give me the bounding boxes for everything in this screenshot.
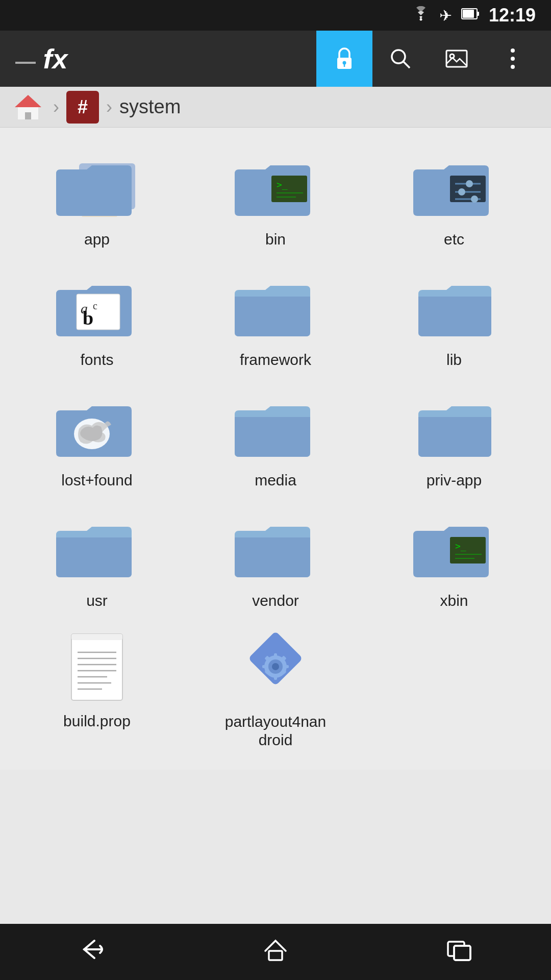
svg-rect-16 <box>25 112 31 119</box>
path-label: system <box>119 96 181 118</box>
svg-rect-54 <box>274 675 277 680</box>
svg-point-5 <box>343 61 346 65</box>
svg-rect-2 <box>477 12 479 16</box>
svg-point-30 <box>471 195 478 203</box>
battery-icon <box>461 7 480 24</box>
breadcrumb-arrow-2: › <box>106 96 112 118</box>
root-breadcrumb[interactable]: # <box>66 91 99 124</box>
svg-rect-9 <box>446 51 467 67</box>
svg-rect-53 <box>274 653 277 658</box>
status-icons: ✈ 12:19 <box>412 5 536 26</box>
svg-text:>_: >_ <box>455 541 466 551</box>
svg-rect-41 <box>71 634 122 640</box>
file-partlayout-label: partlayout4nandroid <box>225 713 327 749</box>
home-button[interactable] <box>240 932 311 972</box>
recents-button[interactable] <box>423 932 495 972</box>
folder-xbin[interactable]: >_ xbin <box>367 504 541 615</box>
folder-vendor-label: vendor <box>252 592 299 609</box>
svg-line-8 <box>404 62 410 68</box>
svg-point-52 <box>272 663 279 670</box>
back-button[interactable] <box>56 932 128 972</box>
svg-point-26 <box>466 180 473 187</box>
svg-rect-61 <box>269 951 282 960</box>
image-button[interactable] <box>429 31 485 87</box>
folder-app-label: app <box>84 231 110 248</box>
wifi-icon <box>412 6 430 25</box>
home-breadcrumb[interactable] <box>10 92 46 122</box>
svg-point-28 <box>458 188 465 195</box>
svg-rect-40 <box>71 634 122 700</box>
folder-app[interactable]: app <box>10 143 184 253</box>
folder-framework-label: framework <box>240 351 311 369</box>
folder-lib-label: lib <box>446 351 462 369</box>
folder-fonts-label: fonts <box>80 351 113 369</box>
folder-lost-found[interactable]: lost+found <box>10 384 184 494</box>
bottom-nav <box>0 924 551 980</box>
folder-media[interactable]: media <box>189 384 362 494</box>
more-button[interactable] <box>485 31 541 87</box>
status-bar: ✈ 12:19 <box>0 0 551 31</box>
toolbar: — fx <box>0 31 551 87</box>
folder-priv-app[interactable]: priv-app <box>367 384 541 494</box>
status-time: 12:19 <box>489 5 536 26</box>
svg-rect-24 <box>450 176 486 202</box>
file-partlayout[interactable]: partlayout4nandroid <box>189 625 362 754</box>
folder-etc[interactable]: etc <box>367 143 541 253</box>
svg-point-12 <box>511 57 515 61</box>
svg-rect-63 <box>454 946 470 960</box>
app-logo: — fx <box>10 43 316 75</box>
svg-rect-55 <box>262 665 267 668</box>
folder-framework[interactable]: framework <box>189 263 362 374</box>
search-button[interactable] <box>372 31 429 87</box>
file-grid: app >_ bin etc <box>0 128 551 770</box>
folder-priv-app-label: priv-app <box>427 472 482 489</box>
folder-lost-found-label: lost+found <box>61 472 132 489</box>
svg-point-11 <box>511 48 515 53</box>
plane-icon: ✈ <box>439 7 452 24</box>
folder-usr-label: usr <box>86 592 108 609</box>
file-build-prop[interactable]: build.prop <box>10 625 184 754</box>
svg-point-13 <box>511 65 515 69</box>
folder-bin[interactable]: >_ bin <box>189 143 362 253</box>
folder-fonts[interactable]: a c b fonts <box>10 263 184 374</box>
svg-point-0 <box>419 18 422 20</box>
folder-xbin-label: xbin <box>440 592 468 609</box>
svg-text:b: b <box>83 307 93 329</box>
svg-rect-3 <box>463 10 474 18</box>
folder-etc-label: etc <box>444 231 464 248</box>
file-build-prop-label: build.prop <box>63 713 131 730</box>
breadcrumb: › # › system <box>0 87 551 128</box>
folder-bin-label: bin <box>265 231 286 248</box>
folder-vendor[interactable]: vendor <box>189 504 362 615</box>
svg-text:c: c <box>93 300 97 311</box>
folder-usr[interactable]: usr <box>10 504 184 615</box>
svg-point-7 <box>392 50 405 63</box>
svg-rect-56 <box>284 665 289 668</box>
folder-media-label: media <box>255 472 296 489</box>
lock-button[interactable] <box>316 31 372 87</box>
svg-text:>_: >_ <box>277 179 288 190</box>
folder-lib[interactable]: lib <box>367 263 541 374</box>
breadcrumb-arrow-1: › <box>53 96 59 118</box>
